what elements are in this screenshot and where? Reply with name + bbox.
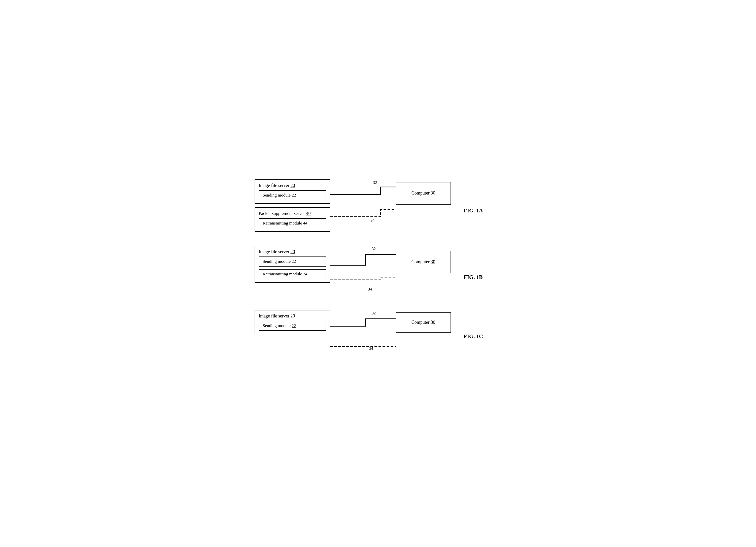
fig1b-label34: 34 [368,287,372,291]
fig1b-label: FIG. 1B [464,274,489,281]
fig1b-section: Image file server 20 Sending module 22 R… [255,246,501,296]
fig1c-label34: 34 [369,346,373,351]
fig1c-server-title: Image file server 20 [259,314,326,319]
fig1a-server2-title: Packet supplement server 40 [259,211,326,216]
fig1b-server-module1: Sending module 22 [259,256,326,266]
fig1a-server2-module: Retransmitting module 44 [259,218,326,228]
fig1a-line34 [330,210,396,217]
fig1c-connections: 32 34 [330,310,396,355]
fig1b-server-box: Image file server 20 Sending module 22 R… [255,246,330,283]
fig1c-computer-box: Computer 30 [396,313,451,333]
fig1c-server-box: Image file server 20 Sending module 22 [255,310,330,334]
fig1a-server2-box: Packet supplement server 40 Retransmitti… [255,207,330,232]
fig1b-left: Image file server 20 Sending module 22 R… [255,246,330,283]
fig1b-server-title: Image file server 20 [259,249,326,254]
fig1b-computer-box: Computer 30 [396,251,451,274]
fig1b-line32 [330,254,396,265]
fig1a-label32: 32 [373,180,377,185]
fig1a-svg: 32 34 [330,179,396,230]
page: Image file server 20 Sending module 22 P… [239,169,517,378]
fig1a-label: FIG. 1A [464,207,489,214]
fig1a-left: Image file server 20 Sending module 22 P… [255,179,330,232]
fig1c-label32: 32 [372,311,376,315]
fig1c-right: Computer 30 [396,310,451,333]
fig1c-svg: 32 34 [330,310,396,355]
fig1a-server1-module: Sending module 22 [259,190,326,200]
fig1b-right: Computer 30 [396,251,451,274]
fig1b-label32: 32 [372,247,376,251]
fig1c-server-module: Sending module 22 [259,321,326,331]
fig1c-line32 [330,319,396,326]
fig1a-line32 [330,187,396,194]
fig1a-label34: 34 [370,218,374,222]
fig1a-right: Computer 30 [396,182,451,204]
fig1c-section: Image file server 20 Sending module 22 3… [255,310,501,355]
fig1b-connections: 32 34 [330,246,396,296]
fig1a-connections: 32 34 [330,179,396,230]
fig1c-label: FIG. 1C [464,333,489,340]
fig1c-left: Image file server 20 Sending module 22 [255,310,330,334]
fig1b-svg: 32 34 [330,246,396,296]
fig1a-computer-box: Computer 30 [396,182,451,204]
fig1a-section: Image file server 20 Sending module 22 P… [255,179,501,232]
fig1a-server1-title: Image file server 20 [259,183,326,188]
fig1b-line34 [330,277,396,279]
fig1a-server1-box: Image file server 20 Sending module 22 [255,179,330,204]
fig1b-server-module2: Retransmitting module 24 [259,269,326,279]
